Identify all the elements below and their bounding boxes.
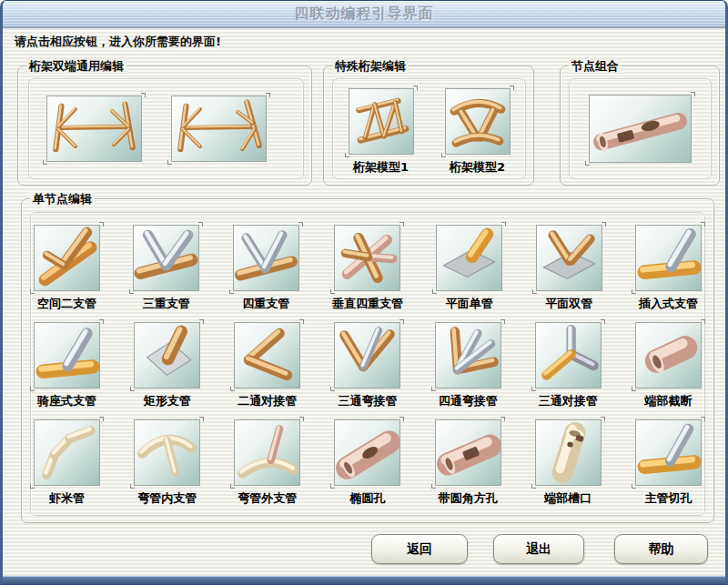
tile-label: 弯管外支管	[238, 490, 297, 507]
oval-hole-button[interactable]	[334, 419, 400, 486]
quadruple-branch-pipe-button[interactable]	[233, 225, 299, 291]
tile-row: 骑座式支管矩形支管二通对接管三通弯接管四通弯接管三通对接管端部截断	[34, 322, 702, 409]
instruction-text: 请点击相应按钮，进入你所需要的界面!	[15, 34, 221, 50]
tile-label: 骑座式支管	[37, 393, 96, 409]
tile-three-way-elbow-pipe: 三通弯接管	[334, 322, 400, 409]
tile-label: 端部槽口	[544, 490, 592, 507]
spatial-two-branch-pipe-button[interactable]	[34, 225, 100, 291]
four-way-elbow-pipe-button[interactable]	[435, 322, 501, 388]
insert-type-branch-pipe-button[interactable]	[635, 225, 702, 291]
tile-elbow-inner-branch-pipe: 弯管内支管	[134, 419, 200, 507]
group-title: 特殊桁架编辑	[332, 59, 409, 73]
four-way-elbow-pipe-icon	[436, 323, 500, 388]
end-cutoff-button[interactable]	[635, 322, 702, 388]
planar-double-pipe-button[interactable]	[536, 225, 602, 291]
group-node-combination: 节点组合	[560, 66, 720, 186]
oval-hole-icon	[335, 420, 399, 485]
tile-label: 弯管内支管	[137, 490, 197, 507]
group-title: 桁架双端通用编辑	[26, 59, 126, 73]
tile-spatial-two-branch-pipe: 空间二支管	[34, 225, 100, 312]
pipe-with-holes-icon	[590, 96, 691, 162]
planar-single-pipe-button[interactable]	[436, 225, 502, 291]
group-panel	[569, 78, 712, 179]
truss-model-2-button[interactable]	[445, 88, 511, 155]
tile-elbow-outer-branch-pipe: 弯管外支管	[234, 419, 300, 507]
tile-two-way-butt-pipe: 二通对接管	[234, 322, 300, 409]
window-bottom-frame	[0, 576, 728, 584]
tile-label: 矩形支管	[144, 393, 191, 409]
pipe-with-holes-button[interactable]	[589, 95, 692, 163]
tile-label: 平面双管	[545, 296, 592, 312]
group-panel: 桁架模型1桁架模型2	[332, 78, 526, 179]
elbow-outer-branch-pipe-icon	[235, 420, 299, 485]
end-slot-icon	[536, 420, 601, 485]
tile-four-way-elbow-pipe: 四通弯接管	[435, 322, 501, 409]
three-way-butt-pipe-button[interactable]	[535, 322, 602, 388]
rounded-square-hole-button[interactable]	[435, 419, 501, 486]
tile-label: 垂直四重支管	[332, 296, 403, 312]
tile-label: 插入式支管	[639, 296, 698, 312]
main-pipe-cut-hole-button[interactable]	[635, 419, 702, 486]
truss-both-ends-style-1-icon	[47, 96, 141, 161]
three-way-butt-pipe-icon	[536, 323, 601, 388]
truss-both-ends-style-2-button[interactable]	[171, 96, 267, 162]
planar-single-pipe-icon	[437, 226, 501, 290]
saddle-type-branch-pipe-button[interactable]	[34, 322, 100, 388]
tile-truss-model-1: 桁架模型1	[349, 88, 414, 176]
truss-model-1-icon	[349, 89, 413, 154]
end-cutoff-icon	[636, 323, 701, 388]
tile-label: 虾米管	[49, 490, 85, 507]
exit-button[interactable]: 退出	[493, 534, 584, 564]
tile-label: 三通对接管	[539, 393, 598, 409]
tile-three-way-butt-pipe: 三通对接管	[535, 322, 602, 409]
tile-planar-double-pipe: 平面双管	[536, 225, 602, 312]
tile-truss-model-2: 桁架模型2	[445, 88, 511, 176]
saddle-type-branch-pipe-icon	[35, 323, 99, 388]
tile-label: 桁架模型2	[450, 159, 505, 176]
tile-main-pipe-cut-hole: 主管切孔	[635, 419, 702, 507]
window-title: 四联动编程引导界面	[295, 5, 434, 24]
tile-label: 三通弯接管	[338, 393, 397, 409]
tile-end-cutoff: 端部截断	[635, 322, 702, 409]
tile-row: 虾米管弯管内支管弯管外支管椭圆孔带圆角方孔端部槽口主管切孔	[34, 419, 702, 507]
truss-both-ends-style-2-icon	[172, 96, 266, 161]
planar-double-pipe-icon	[537, 226, 602, 290]
end-slot-button[interactable]	[535, 419, 602, 486]
elbow-outer-branch-pipe-button[interactable]	[234, 419, 300, 486]
truss-model-2-icon	[446, 89, 510, 154]
truss-both-ends-style-1-button[interactable]	[46, 96, 142, 162]
group-title: 单节点编辑	[30, 192, 95, 206]
tile-end-slot: 端部槽口	[535, 419, 602, 507]
help-button[interactable]: 帮助	[614, 534, 708, 564]
return-button[interactable]: 返回	[371, 534, 468, 564]
tile-label: 端部截断	[644, 393, 692, 409]
group-truss-double-end-edit: 桁架双端通用编辑	[17, 66, 312, 186]
spatial-two-branch-pipe-icon	[35, 226, 99, 290]
tile-truss-both-ends-style-2	[171, 96, 267, 162]
main-pipe-cut-hole-icon	[636, 420, 701, 485]
tile-label: 主管切孔	[644, 490, 692, 507]
tile-label: 四重支管	[242, 296, 289, 312]
two-way-butt-pipe-button[interactable]	[234, 322, 300, 388]
group-special-truss-edit: 特殊桁架编辑 桁架模型1桁架模型2	[323, 66, 534, 186]
group-panel	[28, 78, 304, 179]
triple-branch-pipe-button[interactable]	[133, 225, 199, 291]
tile-label: 三重支管	[143, 296, 190, 312]
tile-pipe-with-holes	[589, 95, 692, 163]
tile-label: 空间二支管	[37, 296, 96, 312]
triple-branch-pipe-icon	[134, 226, 198, 290]
tile-label: 桁架模型1	[353, 159, 409, 176]
tile-row: 空间二支管三重支管四重支管垂直四重支管平面单管平面双管插入式支管	[34, 225, 702, 312]
elbow-inner-branch-pipe-icon	[135, 420, 199, 485]
tile-quadruple-branch-pipe: 四重支管	[233, 225, 299, 312]
truss-model-1-button[interactable]	[349, 88, 414, 155]
tile-rectangular-branch-pipe: 矩形支管	[134, 322, 200, 409]
elbow-inner-branch-pipe-button[interactable]	[134, 419, 200, 486]
tile-shrimp-elbow-pipe: 虾米管	[34, 419, 100, 507]
tile-planar-single-pipe: 平面单管	[436, 225, 502, 312]
rectangular-branch-pipe-button[interactable]	[134, 322, 200, 388]
vertical-quadruple-branch-pipe-button[interactable]	[334, 225, 400, 291]
three-way-elbow-pipe-button[interactable]	[334, 322, 400, 388]
shrimp-elbow-pipe-button[interactable]	[34, 419, 100, 486]
vertical-quadruple-branch-pipe-icon	[335, 226, 399, 290]
